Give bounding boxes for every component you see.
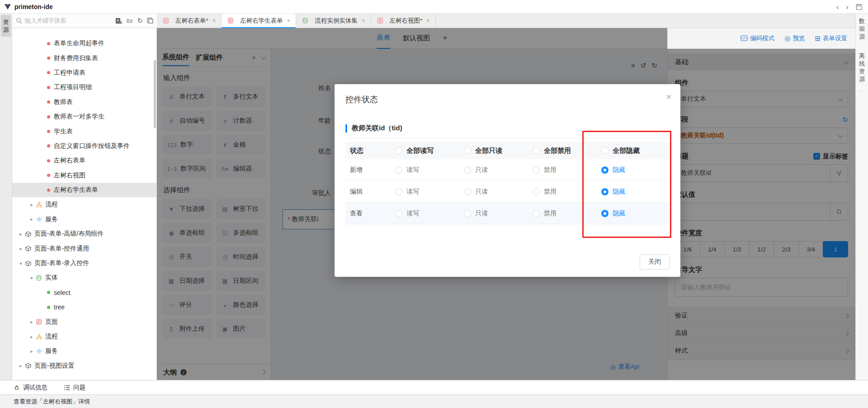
column-header-label: 全部只读 (475, 147, 502, 155)
column-header-全部只读[interactable]: 全部只读 (464, 147, 533, 155)
radio-unselected-icon[interactable] (464, 147, 471, 154)
tab-offline-resources[interactable]: 离线资源 (856, 52, 868, 83)
radio-unselected-icon[interactable] (464, 210, 471, 217)
app-title: primeton-ide (14, 3, 53, 10)
db-icon (35, 275, 42, 281)
tree-item-工程项目明细[interactable]: 工程项目明细 (12, 80, 156, 95)
option-查看-只读[interactable]: 只读 (464, 209, 533, 218)
tree-collapsed-icon[interactable]: ▸ (28, 202, 35, 207)
option-label: 禁用 (544, 166, 557, 174)
tree-scrollbar[interactable] (154, 60, 156, 128)
tree-collapsed-icon[interactable]: ▸ (17, 246, 24, 251)
tree-item-页面-表单-高级/布局组件[interactable]: ▸页面-表单-高级/布局组件 (12, 227, 156, 241)
option-label: 只读 (475, 166, 488, 174)
tree-item-tree[interactable]: tree (12, 300, 156, 314)
tree-item-服务[interactable]: ▸服务 (12, 344, 156, 358)
tree-item-label: 财务费用归集表 (54, 54, 98, 62)
option-新增-只读[interactable]: 只读 (464, 166, 533, 174)
tree-expanded-icon[interactable]: ▾ (17, 261, 24, 266)
close-button[interactable]: 关闭 (640, 254, 670, 270)
grid-icon: ⊞ (815, 34, 821, 43)
tree-item-左树右视图[interactable]: 左树右视图 (12, 168, 156, 183)
tree-item-流程[interactable]: ▸流程 (12, 197, 156, 212)
editor-tab-4[interactable]: 左树右视图*× (371, 14, 436, 28)
tree-item-select[interactable]: select (12, 285, 156, 300)
tree-collapsed-icon[interactable]: ▸ (28, 334, 35, 339)
tree-item-学生表[interactable]: 学生表 (12, 124, 156, 138)
tree-item-页面-表单-录入控件[interactable]: ▾页面-表单-录入控件 (12, 256, 156, 270)
database-icon (302, 18, 309, 24)
action-表单设置[interactable]: ⊞表单设置 (815, 34, 847, 43)
collapse-panel-icon[interactable] (147, 18, 153, 24)
tree-collapsed-icon[interactable]: ▸ (28, 349, 35, 354)
radio-unselected-icon[interactable] (395, 166, 402, 174)
option-新增-读写[interactable]: 读写 (395, 166, 464, 174)
radio-unselected-icon[interactable] (533, 188, 540, 195)
tree-collapsed-icon[interactable]: ▸ (28, 319, 35, 324)
divider (858, 91, 866, 91)
radio-unselected-icon[interactable] (533, 166, 540, 174)
column-header-全部读写[interactable]: 全部读写 (395, 147, 464, 155)
editor-tab-2[interactable]: 左树右学生表单× (222, 14, 296, 28)
close-tab-icon[interactable]: × (212, 17, 216, 24)
tree-item-页面[interactable]: ▸页面 (12, 314, 156, 329)
tree-item-label: 服务 (45, 347, 58, 355)
close-tab-icon[interactable]: × (426, 17, 430, 24)
tree-item-左树右学生表单[interactable]: 左树右学生表单 (12, 183, 156, 197)
radio-unselected-icon[interactable] (395, 147, 402, 154)
right-activity-strip: 数据源离线资源 (855, 14, 868, 380)
tree-item-实体[interactable]: ▾实体 (12, 270, 156, 285)
radio-unselected-icon[interactable] (395, 210, 402, 217)
editor-tab-3[interactable]: 流程实例实体集× (296, 14, 371, 28)
tab-resources[interactable]: 资源 (1, 15, 11, 37)
form-icon (227, 18, 234, 24)
close-icon[interactable]: × (666, 92, 671, 101)
tree-item-表单生命周起事件[interactable]: 表单生命周起事件 (12, 36, 156, 51)
new-folder-icon[interactable] (126, 18, 133, 24)
status-dot-icon (47, 100, 50, 104)
option-查看-读写[interactable]: 读写 (395, 209, 464, 218)
modal-overlay (667, 49, 855, 380)
tree-item-流程[interactable]: ▸流程 (12, 329, 156, 344)
tree-collapsed-icon[interactable]: ▸ (17, 232, 24, 237)
tree-item-页面-表单-控件通用[interactable]: ▸页面-表单-控件通用 (12, 241, 156, 256)
radio-unselected-icon[interactable] (533, 147, 540, 154)
tree-collapsed-icon[interactable]: ▸ (17, 363, 24, 368)
tree-collapsed-icon[interactable]: ▸ (28, 217, 35, 222)
tree-expanded-icon[interactable]: ▾ (28, 275, 35, 280)
tree-item-财务费用归集表[interactable]: 财务费用归集表 (12, 51, 156, 65)
nav-back-icon[interactable]: ‹ (836, 3, 839, 11)
tree-item-页面-视图设置[interactable]: ▸页面-视图设置 (12, 359, 156, 373)
tree-item-label: select (54, 289, 71, 296)
import-resource-icon[interactable] (115, 18, 122, 24)
radio-unselected-icon[interactable] (395, 188, 402, 195)
close-tab-icon[interactable]: × (287, 17, 291, 24)
nav-forward-icon[interactable]: › (846, 3, 849, 11)
tree-item-教师表[interactable]: 教师表 (12, 95, 156, 109)
radio-unselected-icon[interactable] (464, 188, 471, 195)
radio-unselected-icon[interactable] (533, 210, 540, 217)
radio-unselected-icon[interactable] (464, 166, 471, 174)
save-icon[interactable] (856, 4, 863, 10)
tree-item-工程申请表[interactable]: 工程申请表 (12, 66, 156, 80)
tree-item-教师表一对多学生[interactable]: 教师表一对多学生 (12, 109, 156, 124)
editor-tab-label: 流程实例实体集 (315, 17, 358, 25)
cube-icon (24, 363, 32, 369)
close-tab-icon[interactable]: × (362, 17, 365, 24)
action-编码模式[interactable]: 编码模式 (741, 34, 774, 43)
tree-item-服务[interactable]: ▸服务 (12, 212, 156, 227)
tab-data-source[interactable]: 数据源 (856, 17, 868, 40)
tree-item-自定义窗口操作按钮及事件[interactable]: 自定义窗口操作按钮及事件 (12, 139, 156, 153)
option-编辑-读写[interactable]: 读写 (395, 188, 464, 196)
editor-tab-1[interactable]: 左树右表单*× (157, 14, 222, 28)
refresh-icon[interactable]: ↻ (137, 17, 143, 25)
debug-bar-问题[interactable]: 问题 (64, 384, 85, 392)
tree-item-左树右表单[interactable]: 左树右表单 (12, 153, 156, 168)
search-input[interactable]: 输入关键字搜索 (25, 17, 115, 25)
resource-search-bar: 输入关键字搜索 ↻ (12, 14, 157, 28)
code-icon (741, 35, 748, 41)
action-预览[interactable]: ◎预览 (784, 34, 805, 43)
option-编辑-只读[interactable]: 只读 (464, 188, 533, 196)
debug-bar: 调试信息问题 (0, 380, 868, 394)
debug-bar-调试信息[interactable]: 调试信息 (14, 384, 47, 392)
